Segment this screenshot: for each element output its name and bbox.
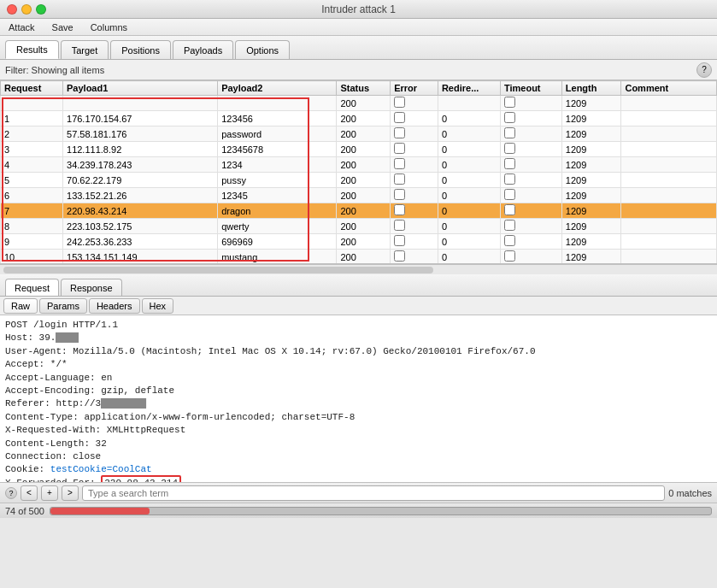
table-row[interactable]: 434.239.178.243123420001209 (1, 157, 717, 173)
table-row[interactable]: 7220.98.43.214dragon20001209 (1, 203, 717, 219)
window-title: Intruder attack 1 (321, 3, 396, 15)
col-status[interactable]: Status (337, 81, 391, 96)
nav-next-button[interactable]: > (62, 485, 79, 501)
menu-save[interactable]: Save (49, 21, 77, 33)
table-row[interactable]: 8223.103.52.175qwerty20001209 (1, 219, 717, 234)
maximize-button[interactable] (36, 4, 46, 15)
subtab-params[interactable]: Params (39, 298, 87, 314)
col-payload1[interactable]: Payload1 (63, 81, 218, 96)
table-wrapper[interactable]: Request Payload1 Payload2 Status Error R… (0, 80, 717, 263)
ip-highlight: 220.98.43.214 (101, 475, 181, 482)
table-row[interactable]: 3112.111.8.921234567820001209 (1, 142, 717, 157)
table-row[interactable]: 570.62.22.179pussy20001209 (1, 173, 717, 188)
status-count: 74 of 500 (5, 506, 44, 516)
filter-help-button[interactable]: ? (696, 62, 712, 78)
bottom-bar: ? < + > 0 matches (0, 482, 717, 503)
col-length[interactable]: Length (561, 81, 621, 96)
nav-add-button[interactable]: + (41, 485, 58, 501)
progress-bar-fill (50, 508, 150, 514)
req-res-tabs: Request Response (0, 274, 717, 297)
bottom-help-button[interactable]: ? (5, 487, 17, 499)
matches-text: 0 matches (668, 488, 712, 498)
col-request[interactable]: Request (1, 81, 63, 96)
main-tabs: Results Target Positions Payloads Option… (0, 36, 717, 60)
tab-positions[interactable]: Positions (110, 40, 171, 59)
table-row[interactable]: 2001209 (1, 96, 717, 111)
table-row[interactable]: 257.58.181.176password20001209 (1, 126, 717, 142)
table-row[interactable]: 10153.134.151.149mustang20001209 (1, 250, 717, 264)
col-error[interactable]: Error (391, 81, 438, 96)
close-button[interactable] (7, 4, 17, 15)
table-row[interactable]: 1176.170.154.6712345620001209 (1, 111, 717, 126)
col-payload2[interactable]: Payload2 (218, 81, 337, 96)
search-input[interactable] (82, 485, 665, 501)
tab-payloads[interactable]: Payloads (173, 40, 233, 59)
nav-prev-button[interactable]: < (21, 485, 38, 501)
window-controls (7, 4, 46, 15)
request-content: POST /login HTTP/1.1 Host: 39.████ User-… (0, 315, 717, 482)
tab-target[interactable]: Target (61, 40, 109, 59)
progress-bar (50, 507, 712, 515)
filter-bar: Filter: Showing all items ? (0, 60, 717, 80)
sub-tabs: Raw Params Headers Hex (0, 297, 717, 315)
tab-results[interactable]: Results (5, 40, 59, 59)
horizontal-scrollbar[interactable] (0, 264, 717, 274)
table-row[interactable]: 9242.253.36.23369696920001209 (1, 234, 717, 250)
tab-response[interactable]: Response (61, 279, 122, 296)
col-timeout[interactable]: Timeout (500, 81, 561, 96)
subtab-raw[interactable]: Raw (3, 298, 38, 314)
tab-request[interactable]: Request (5, 279, 59, 296)
status-bar: 74 of 500 (0, 503, 717, 518)
subtab-headers[interactable]: Headers (89, 298, 140, 314)
tab-options[interactable]: Options (235, 40, 290, 59)
table-row[interactable]: 6133.152.21.261234520001209 (1, 188, 717, 203)
menu-bar: Attack Save Columns (0, 19, 717, 36)
menu-attack[interactable]: Attack (5, 21, 38, 33)
col-comment[interactable]: Comment (621, 81, 717, 96)
results-table-container: Request Payload1 Payload2 Status Error R… (0, 80, 717, 264)
menu-columns[interactable]: Columns (87, 21, 131, 33)
subtab-hex[interactable]: Hex (142, 298, 174, 314)
title-bar: Intruder attack 1 (0, 0, 717, 19)
filter-text: Filter: Showing all items (5, 65, 693, 75)
results-table: Request Payload1 Payload2 Status Error R… (0, 80, 717, 263)
col-redirect[interactable]: Redire... (438, 81, 500, 96)
minimize-button[interactable] (21, 4, 32, 15)
